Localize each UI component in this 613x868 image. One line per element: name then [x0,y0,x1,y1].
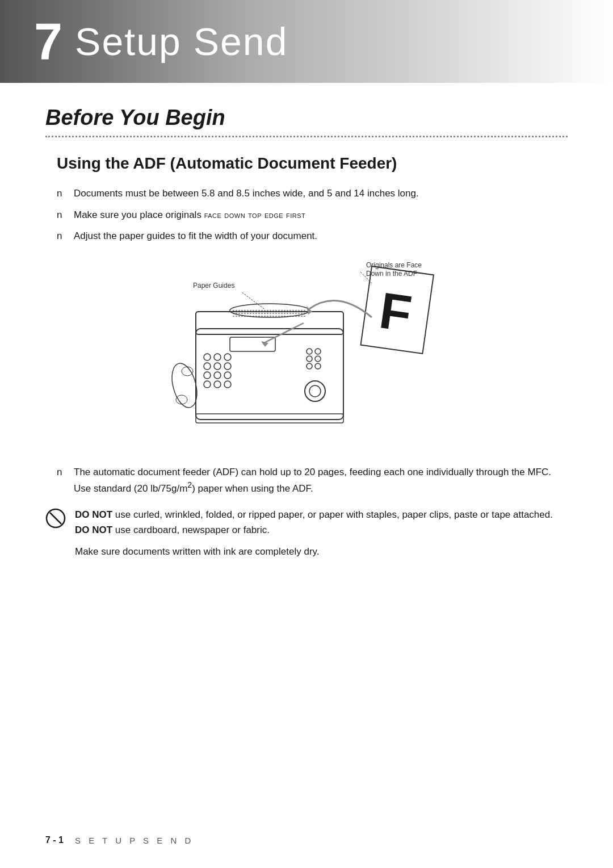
svg-marker-34 [261,341,268,347]
svg-point-11 [214,363,221,370]
page-footer: 7 - 1 S E T U P S E N D [45,835,568,845]
svg-point-26 [309,385,321,397]
fax-machine [167,304,343,423]
chapter-number: 7 [34,16,64,67]
bullet-text-1: Documents must be between 5.8 and 8.5 in… [74,188,419,199]
section-title: Before You Begin [45,106,568,130]
list-item-adf: The automatic document feeder (ADF) can … [45,465,568,496]
svg-point-15 [224,372,231,379]
adf-diagram: F Paper Guides Originals are Face D [150,255,463,448]
paper-guides-label: Paper Guides [193,282,234,290]
ink-note: Make sure documents written with ink are… [75,544,568,559]
diagram-container: F Paper Guides Originals are Face D [45,255,568,448]
svg-rect-6 [230,337,275,351]
do-not-2: DO NOT [75,525,112,535]
svg-rect-0 [196,329,343,420]
svg-point-29 [182,367,193,376]
svg-point-30 [176,395,187,404]
svg-point-16 [204,381,211,388]
svg-point-25 [305,381,325,401]
prohibition-icon [45,508,66,529]
content-area: Before You Begin Using the ADF (Automati… [0,106,613,559]
svg-point-13 [204,372,211,379]
warning-text-block: DO NOT use curled, wrinkled, folded, or … [75,507,568,538]
list-item: Adjust the paper guides to fit the width… [45,229,568,244]
bullet-text-3: Adjust the paper guides to fit the width… [74,230,317,241]
svg-point-21 [306,356,312,362]
page: 7 Setup Send Before You Begin Using the … [0,0,613,868]
svg-point-9 [224,354,231,360]
warning-block: DO NOT use curled, wrinkled, folded, or … [45,507,568,538]
adf-note-list: The automatic document feeder (ADF) can … [45,465,568,496]
svg-line-35 [241,292,264,309]
svg-point-23 [306,363,312,369]
svg-line-38 [50,513,61,524]
adf-text: The automatic document feeder (ADF) can … [74,467,551,494]
svg-point-22 [315,356,321,362]
diagram-svg: F Paper Guides Originals are Face D [150,255,463,448]
footer-chapter-label: S E T U P S E N D [75,836,194,845]
list-item: Make sure you place originals face down … [45,208,568,223]
small-caps-text: face down top edge first [204,210,306,220]
subsection-title: Using the ADF (Automatic Document Feeder… [57,154,568,173]
dotted-divider [45,136,568,137]
superscript-2: 2 [187,480,192,489]
svg-point-10 [204,363,211,370]
document-paper: F [361,266,434,354]
svg-point-14 [214,372,221,379]
svg-point-17 [214,381,221,388]
bullet-list: Documents must be between 5.8 and 8.5 in… [45,186,568,244]
originals-label-line2: Down in the ADF [366,270,417,278]
svg-point-8 [214,354,221,360]
do-not-1: DO NOT [75,509,112,520]
svg-rect-1 [196,312,343,334]
chapter-text-label: Setup Send [75,19,288,64]
warning-text: DO NOT use curled, wrinkled, folded, or … [75,509,553,535]
page-number: 7 - 1 [45,835,64,845]
svg-point-19 [306,349,312,354]
bullet-text-2: Make sure you place originals face down … [74,209,305,220]
svg-point-20 [315,349,321,354]
originals-label-line1: Originals are Face [366,261,422,269]
svg-point-24 [315,363,321,369]
svg-rect-27 [196,414,343,423]
svg-point-7 [204,354,211,360]
chapter-header: 7 Setup Send [0,0,613,83]
list-item: Documents must be between 5.8 and 8.5 in… [45,186,568,201]
svg-point-18 [224,381,231,388]
chapter-title: 7 Setup Send [34,16,579,67]
svg-point-12 [224,363,231,370]
